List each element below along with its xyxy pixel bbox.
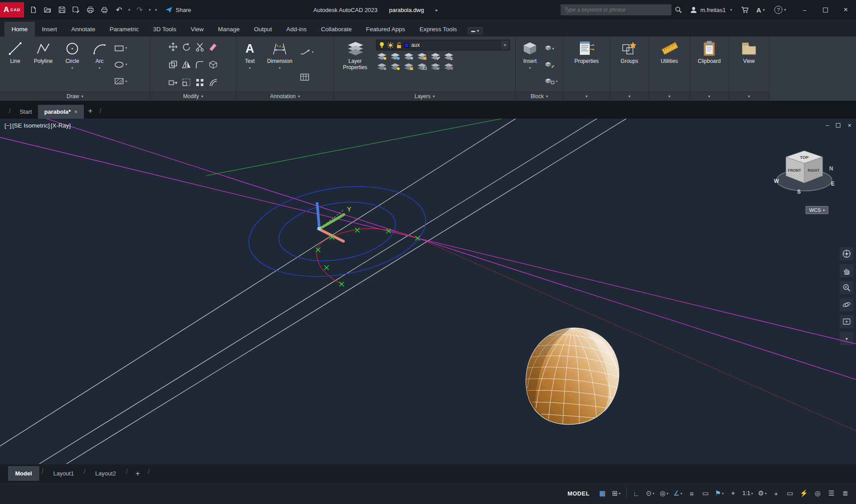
annotation-visibility-toggle[interactable]: ⚑▾ [713, 487, 726, 500]
utilities-panel-title[interactable]: ▾ [649, 91, 690, 101]
annotation-panel-title[interactable]: Annotation ▾ [236, 91, 334, 101]
isodraft-toggle[interactable]: ◎▾ [658, 487, 670, 500]
save-icon[interactable] [55, 3, 69, 17]
text-tool-button[interactable]: A Text ▾ [239, 38, 261, 91]
layout2-tab[interactable]: Layout2 [88, 466, 123, 481]
erase-tool-button[interactable] [207, 40, 220, 54]
plot-icon[interactable] [84, 3, 97, 17]
batch-plot-icon[interactable] [98, 3, 112, 17]
navbar-menu-caret-icon[interactable]: ▾ [840, 332, 853, 345]
explode-tool-button[interactable] [207, 58, 220, 71]
orbit-icon[interactable] [840, 298, 853, 311]
ellipse-tool-button[interactable]: ▾ [113, 60, 128, 69]
tab-manage[interactable]: Manage [211, 22, 247, 37]
annotation-monitor-button[interactable]: + [770, 487, 782, 500]
layer-copy-objects-button[interactable] [416, 62, 428, 71]
help-button[interactable]: ? ▾ [771, 3, 791, 17]
tab-express-tools[interactable]: Express Tools [412, 22, 464, 37]
workspace-switching-button[interactable]: ⚙▾ [756, 487, 769, 500]
modify-panel-title[interactable]: Modify ▾ [150, 91, 236, 101]
block-panel-title[interactable]: Block ▾ [516, 91, 563, 101]
tab-output[interactable]: Output [247, 22, 279, 37]
mirror-tool-button[interactable] [180, 58, 193, 71]
open-file-icon[interactable] [41, 3, 54, 17]
lineweight-toggle[interactable]: ≡ [686, 487, 698, 500]
tab-view[interactable]: View [183, 22, 211, 37]
grid-toggle[interactable]: ▦ [596, 487, 609, 500]
arc-tool-button[interactable]: Arc ▾ [87, 38, 112, 91]
file-tab-start[interactable]: Start [13, 105, 38, 119]
new-file-icon[interactable] [27, 3, 40, 17]
app-store-cart-icon[interactable] [738, 3, 752, 17]
file-tab-parabola[interactable]: parabola* × [38, 105, 83, 119]
autodesk-apps-button[interactable]: A ▾ [752, 3, 771, 17]
tab-annotate[interactable]: Annotate [64, 22, 103, 37]
viewport-minimize-icon[interactable]: – [826, 122, 829, 128]
trim-tool-button[interactable] [193, 40, 207, 54]
layer-unisolate-button[interactable] [376, 62, 388, 71]
save-as-icon[interactable] [70, 3, 83, 17]
search-input[interactable] [560, 4, 672, 16]
viewport-view-control[interactable]: [SE Isometric] [12, 122, 50, 129]
maximize-button[interactable] [815, 0, 835, 20]
properties-panel-title[interactable]: ▾ [563, 91, 610, 101]
tab-insert[interactable]: Insert [35, 22, 64, 37]
tab-add-ins[interactable]: Add-ins [279, 22, 314, 37]
stretch-tool-button[interactable] [166, 76, 180, 89]
fillet-tool-button[interactable] [193, 58, 207, 71]
view-panel-title[interactable]: ▾ [729, 91, 769, 101]
write-block-button[interactable] [544, 61, 558, 69]
full-navigation-wheel-icon[interactable] [840, 247, 853, 260]
zoom-extents-icon[interactable] [840, 281, 853, 294]
circle-tool-button[interactable]: Circle ▾ [58, 38, 86, 91]
utilities-measure-button[interactable]: Utilities [653, 38, 686, 91]
layer-dropdown[interactable]: aux ▾ [376, 40, 510, 50]
ortho-toggle[interactable]: ∟ [630, 487, 643, 500]
move-tool-button[interactable] [166, 40, 180, 54]
account-menu[interactable]: m.freitas1 ▾ [690, 6, 734, 14]
qat-customize-caret-icon[interactable]: ▾ [153, 8, 159, 12]
selection-cycling-toggle[interactable]: ▭ [699, 487, 712, 500]
clipboard-panel-title[interactable]: ▾ [690, 91, 728, 101]
layer-isolate-button[interactable] [389, 52, 401, 61]
pan-hand-icon[interactable] [840, 264, 853, 277]
layer-dropdown-caret-icon[interactable]: ▾ [501, 41, 509, 50]
layer-properties-button[interactable]: Layer Properties [336, 38, 374, 91]
copy-tool-button[interactable] [166, 58, 180, 71]
redo-button[interactable]: ↷ [133, 3, 146, 17]
layer-freeze-button[interactable] [403, 52, 414, 61]
model-paper-toggle[interactable]: MODEL [562, 487, 595, 500]
create-block-button[interactable] [544, 44, 558, 52]
layer-color-swatch[interactable] [404, 43, 409, 48]
scale-tool-button[interactable] [180, 76, 193, 89]
properties-palette-button[interactable]: Properties [568, 38, 605, 91]
autoscale-toggle[interactable]: ⌖ [727, 487, 740, 500]
customization-button[interactable]: ≣ [839, 487, 852, 500]
share-button[interactable]: Share [165, 6, 191, 13]
tab-close-icon[interactable]: × [74, 109, 78, 115]
model-space-viewport[interactable]: Y [−] [SE Isometric] [X-Ray] [0, 119, 856, 464]
search-icon[interactable] [672, 3, 685, 17]
draw-panel-title[interactable]: Draw ▾ [0, 91, 150, 101]
undo-caret-icon[interactable]: ▾ [127, 8, 132, 12]
redo-caret-icon[interactable]: ▾ [147, 8, 153, 12]
quick-properties-toggle[interactable]: ▭ [784, 487, 796, 500]
new-drawing-tab-button[interactable]: + [84, 105, 97, 119]
layer-prev-button[interactable] [443, 52, 455, 61]
viewcube[interactable]: W S E N TOP FRONT RIGHT [772, 142, 839, 204]
autocad-logo[interactable]: A CAD [0, 2, 24, 17]
layer-thaw-button[interactable] [389, 62, 401, 71]
isolate-objects-button[interactable]: ◎ [811, 487, 824, 500]
wcs-dropdown[interactable]: WCS ▾ [806, 206, 828, 214]
groups-button[interactable]: Groups [614, 38, 645, 91]
groups-panel-title[interactable]: ▾ [610, 91, 649, 101]
ribbon-display-toggle[interactable]: ▬ ▾ [467, 27, 483, 34]
offset-tool-button[interactable] [207, 76, 220, 89]
layer-match-button[interactable] [430, 52, 441, 61]
close-button[interactable]: × [835, 0, 856, 20]
block-editor-button[interactable]: ▾ [544, 77, 558, 85]
layer-walk-button[interactable] [430, 62, 441, 71]
layer-lock-button[interactable] [416, 52, 428, 61]
model-tab[interactable]: Model [8, 466, 39, 481]
tab-featured-apps[interactable]: Featured Apps [359, 22, 413, 37]
